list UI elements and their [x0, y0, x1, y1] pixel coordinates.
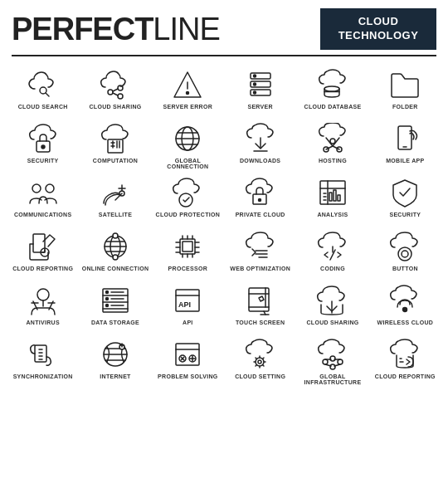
icon-label: ONLINE CONNECTION — [82, 266, 149, 277]
icon-cloud-protection: CLOUD PROTECTION — [152, 171, 224, 225]
icon-analysis: ANALYSIS — [296, 171, 368, 225]
icon-server-error: SERVER ERROR — [152, 63, 224, 117]
cloud-sharing-icon — [94, 66, 137, 103]
svg-line-5 — [113, 89, 118, 91]
analysis-icon — [311, 174, 354, 211]
satellite-icon — [94, 174, 137, 211]
icon-label: CLOUD SHARING — [306, 320, 358, 331]
icon-label: ANTIVIRUS — [26, 320, 59, 331]
svg-point-13 — [253, 75, 256, 77]
svg-line-6 — [113, 93, 118, 95]
api-icon: API — [166, 282, 209, 319]
svg-point-40 — [32, 184, 41, 193]
svg-point-2 — [108, 90, 113, 95]
cloud-database-icon — [311, 66, 354, 103]
hosting-icon — [311, 120, 354, 157]
icon-api: API API — [152, 279, 224, 333]
svg-line-145 — [325, 364, 331, 366]
cloud-reporting-icon — [22, 228, 65, 265]
icon-label: CODING — [320, 266, 345, 277]
icon-label: PROCESSOR — [168, 266, 207, 277]
svg-point-66 — [113, 255, 118, 260]
icon-folder: FOLDER — [369, 63, 441, 117]
svg-point-41 — [46, 184, 54, 193]
svg-point-9 — [187, 91, 189, 94]
svg-point-98 — [105, 304, 108, 306]
svg-point-112 — [403, 307, 407, 311]
svg-line-137 — [262, 358, 264, 359]
security-icon — [22, 120, 65, 157]
icon-touch-screen: TOUCH SCREEN — [224, 279, 296, 333]
svg-point-141 — [338, 359, 343, 364]
cloud-protection-icon — [166, 174, 209, 211]
icon-label: SECURITY — [389, 212, 421, 223]
icon-label: CLOUD SHARING — [89, 104, 141, 115]
svg-point-142 — [330, 364, 335, 369]
icon-label: HOSTING — [319, 158, 347, 169]
online-connection-icon — [94, 228, 137, 265]
icon-label: SYNCHRONIZATION — [13, 374, 73, 385]
icon-problem-solving: PROBLEM SOLVING — [152, 333, 224, 387]
touch-screen-icon — [239, 282, 282, 319]
icon-cloud-setting: CLOUD SETTING — [224, 333, 296, 387]
svg-point-14 — [253, 83, 256, 85]
cloud-reporting2-icon — [383, 336, 426, 373]
icon-private-cloud: PRIVATE CLOUD — [224, 171, 296, 225]
svg-point-140 — [330, 356, 335, 361]
processor-icon — [166, 228, 209, 265]
icon-cloud-sharing: CLOUD SHARING — [79, 63, 151, 117]
icon-global-infrastructure: GLOBAL INFRASTRUCTURE — [296, 333, 368, 387]
icon-label: SERVER ERROR — [163, 104, 212, 115]
svg-rect-20 — [108, 139, 123, 153]
icon-web-optimization: WEB OPTIMIZATION — [224, 225, 296, 279]
icon-label: WIRELESS CLOUD — [377, 320, 434, 331]
icon-label: PROBLEM SOLVING — [158, 374, 217, 385]
computation-icon — [94, 120, 137, 157]
icon-label: GLOBAL INFRASTRUCTURE — [298, 374, 367, 385]
svg-rect-68 — [183, 242, 192, 251]
icon-label: CLOUD DATABASE — [304, 104, 362, 115]
icon-computation: COMPUTATION — [79, 117, 151, 171]
icon-label: PRIVATE CLOUD — [236, 212, 285, 223]
cloud-search-icon — [22, 66, 65, 103]
icon-security: SECURITY — [7, 117, 79, 171]
icon-label: ANALYSIS — [317, 212, 348, 223]
icon-cloud-reporting: CLOUD REPORTING — [7, 225, 79, 279]
icon-label: COMPUTATION — [93, 158, 138, 169]
page-header: PERFECTLINE CLOUD TECHNOLOGY — [0, 0, 448, 55]
icon-communications: COMMUNICATIONS — [7, 171, 79, 225]
icon-label: TOUCH SCREEN — [236, 320, 285, 331]
icon-global-connection: GLOBAL CONNECTION — [152, 117, 224, 171]
private-cloud-icon — [239, 174, 282, 211]
icon-label: COMMUNICATIONS — [14, 212, 71, 223]
icon-wireless-cloud: WIRELESS CLOUD — [369, 279, 441, 333]
icon-cloud-search: CLOUD SEARCH — [7, 63, 79, 117]
page-title: PERFECTLINE — [12, 13, 220, 45]
svg-rect-38 — [398, 126, 411, 149]
icon-antivirus: ANTIVIRUS — [7, 279, 79, 333]
icon-label: DOWNLOADS — [240, 158, 280, 169]
icon-label: BUTTON — [392, 266, 418, 277]
folder-icon — [383, 66, 426, 103]
icon-satellite: SATELLITE — [79, 171, 151, 225]
icon-label: DATA STORAGE — [91, 320, 139, 331]
icon-hosting: HOSTING — [296, 117, 368, 171]
title-bold: PERFECT — [12, 12, 153, 46]
data-storage-icon — [94, 282, 137, 319]
antivirus-icon — [22, 282, 65, 319]
svg-point-139 — [323, 359, 328, 364]
icon-synchronization: SYNCHRONIZATION — [7, 333, 79, 387]
svg-point-87 — [402, 251, 408, 257]
downloads-icon — [239, 120, 282, 157]
svg-point-88 — [37, 289, 49, 300]
svg-point-15 — [253, 91, 256, 94]
global-infrastructure-icon — [311, 336, 354, 373]
synchronization-icon — [22, 336, 65, 373]
icon-label: FOLDER — [392, 104, 418, 115]
svg-rect-55 — [329, 193, 332, 201]
badge: CLOUD TECHNOLOGY — [320, 8, 436, 50]
cloud-setting-icon — [239, 336, 282, 373]
icon-button: BUTTON — [369, 225, 441, 279]
icon-label: API — [183, 320, 193, 331]
svg-rect-49 — [320, 181, 345, 204]
